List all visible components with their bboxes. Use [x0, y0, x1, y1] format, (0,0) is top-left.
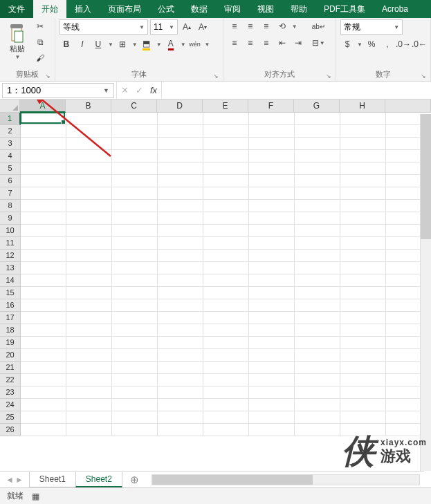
cell[interactable] — [66, 212, 112, 225]
cell[interactable] — [21, 274, 66, 287]
dialog-launcher-icon[interactable]: ↘ — [421, 73, 426, 80]
cell[interactable] — [112, 411, 158, 424]
cell[interactable] — [340, 386, 386, 399]
cell[interactable] — [66, 200, 112, 212]
cell[interactable] — [21, 162, 66, 175]
sheet-tab[interactable]: Sheet1 — [29, 472, 76, 487]
cell[interactable] — [249, 362, 295, 374]
cell[interactable] — [340, 424, 386, 436]
cell[interactable] — [249, 287, 295, 299]
cell[interactable] — [158, 386, 203, 399]
cell[interactable] — [112, 386, 158, 399]
cell[interactable] — [158, 274, 203, 287]
cell[interactable] — [340, 200, 386, 212]
cell[interactable] — [112, 424, 158, 436]
cell[interactable] — [249, 374, 295, 386]
column-header[interactable]: D — [157, 100, 203, 113]
cell[interactable] — [158, 362, 203, 374]
cell[interactable] — [295, 150, 340, 162]
cell[interactable] — [340, 162, 386, 175]
cell[interactable] — [112, 287, 158, 299]
cell[interactable] — [112, 324, 158, 337]
cell[interactable] — [21, 125, 66, 138]
cell[interactable] — [66, 262, 112, 274]
cell[interactable] — [295, 374, 340, 386]
cell[interactable] — [21, 237, 66, 250]
cell[interactable] — [203, 287, 249, 299]
cell[interactable] — [295, 386, 340, 399]
align-bottom-button[interactable]: ≡ — [259, 19, 273, 33]
align-right-button[interactable]: ≡ — [259, 36, 273, 50]
cell[interactable] — [66, 349, 112, 362]
cell[interactable] — [295, 399, 340, 411]
cell[interactable] — [340, 262, 386, 274]
cell[interactable] — [112, 299, 158, 312]
cell[interactable] — [295, 237, 340, 250]
cell[interactable] — [295, 162, 340, 175]
sheet-nav-next-icon[interactable]: ► — [15, 475, 24, 485]
cell[interactable] — [249, 250, 295, 262]
cell[interactable] — [340, 349, 386, 362]
row-header[interactable]: 2 — [0, 125, 21, 138]
cell[interactable] — [21, 424, 66, 436]
row-header[interactable]: 16 — [0, 299, 21, 312]
cell[interactable] — [158, 237, 203, 250]
column-header[interactable]: G — [294, 100, 340, 113]
cell[interactable] — [158, 349, 203, 362]
accounting-format-button[interactable]: $ — [340, 37, 354, 51]
row-header[interactable]: 11 — [0, 237, 21, 250]
tab-acrobat[interactable]: Acroba — [374, 0, 416, 18]
row-header[interactable]: 18 — [0, 324, 21, 337]
cell[interactable] — [21, 386, 66, 399]
cell[interactable] — [203, 362, 249, 374]
row-header[interactable]: 21 — [0, 362, 21, 374]
cell[interactable] — [112, 374, 158, 386]
cell[interactable] — [112, 399, 158, 411]
cell[interactable] — [249, 212, 295, 225]
cell[interactable] — [203, 374, 249, 386]
merge-button[interactable]: ⊟▼ — [312, 36, 325, 50]
cell[interactable] — [112, 312, 158, 324]
cell[interactable] — [203, 125, 249, 138]
cell[interactable] — [295, 262, 340, 274]
percent-button[interactable]: % — [365, 37, 378, 51]
column-header[interactable]: E — [203, 100, 248, 113]
cell[interactable] — [203, 250, 249, 262]
cell[interactable] — [203, 138, 249, 150]
cell[interactable] — [249, 337, 295, 349]
cell[interactable] — [295, 411, 340, 424]
tab-data[interactable]: 数据 — [183, 0, 216, 18]
cell[interactable] — [112, 150, 158, 162]
dialog-launcher-icon[interactable]: ↘ — [326, 73, 331, 80]
paste-button[interactable]: 粘贴 ▼ — [4, 19, 30, 65]
cell[interactable] — [66, 125, 112, 138]
row-header[interactable]: 13 — [0, 262, 21, 274]
cell[interactable] — [249, 299, 295, 312]
cell[interactable] — [203, 274, 249, 287]
cell[interactable] — [295, 125, 340, 138]
insert-function-button[interactable]: fx — [150, 85, 157, 95]
row-header[interactable]: 1 — [0, 113, 21, 125]
cell[interactable] — [21, 113, 66, 125]
cell[interactable] — [340, 237, 386, 250]
cell[interactable] — [112, 225, 158, 237]
cell[interactable] — [295, 225, 340, 237]
cell[interactable] — [340, 175, 386, 187]
cell[interactable] — [249, 187, 295, 200]
cell[interactable] — [340, 138, 386, 150]
cell[interactable] — [21, 374, 66, 386]
cell[interactable] — [203, 162, 249, 175]
cell[interactable] — [21, 287, 66, 299]
cell[interactable] — [112, 237, 158, 250]
copy-button[interactable]: ⧉ — [33, 35, 47, 49]
cell[interactable] — [340, 374, 386, 386]
cell[interactable] — [158, 125, 203, 138]
row-header[interactable]: 6 — [0, 175, 21, 187]
cell[interactable] — [112, 349, 158, 362]
cell[interactable] — [249, 175, 295, 187]
tab-layout[interactable]: 页面布局 — [100, 0, 149, 18]
cell[interactable] — [112, 138, 158, 150]
cell[interactable] — [295, 187, 340, 200]
cell[interactable] — [249, 237, 295, 250]
cell[interactable] — [21, 262, 66, 274]
